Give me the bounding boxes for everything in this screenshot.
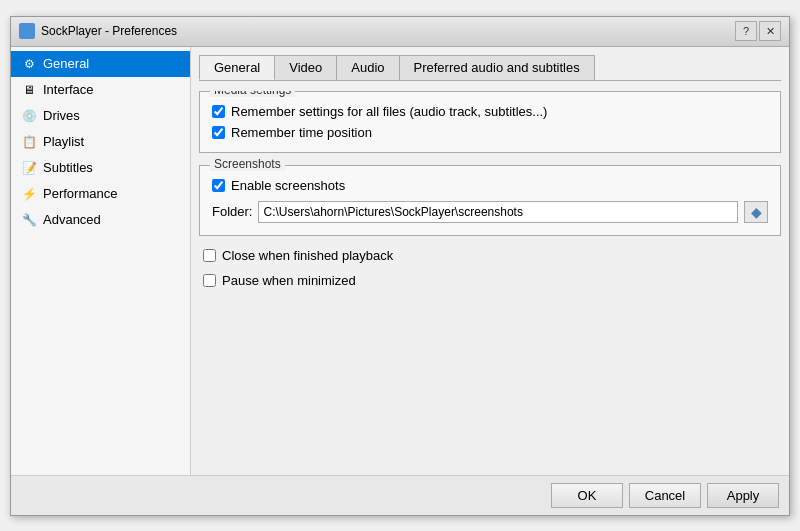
remember-time-row: Remember time position	[212, 125, 768, 140]
sidebar-item-subtitles-label: Subtitles	[43, 160, 93, 175]
tab-content: Media settings Remember settings for all…	[199, 91, 781, 467]
apply-button[interactable]: Apply	[707, 483, 779, 508]
preferences-window: SockPlayer - Preferences ? ✕ ⚙ General 🖥…	[10, 16, 790, 516]
playlist-icon: 📋	[21, 134, 37, 150]
interface-icon: 🖥	[21, 82, 37, 98]
pause-minimized-row: Pause when minimized	[199, 273, 781, 288]
pause-minimized-checkbox[interactable]	[203, 274, 216, 287]
drives-icon: 💿	[21, 108, 37, 124]
sidebar-item-subtitles[interactable]: 📝 Subtitles	[11, 155, 190, 181]
tab-video[interactable]: Video	[274, 55, 337, 80]
sidebar-item-playlist[interactable]: 📋 Playlist	[11, 129, 190, 155]
main-panel: General Video Audio Preferred audio and …	[191, 47, 789, 475]
window-content: ⚙ General 🖥 Interface 💿 Drives 📋 Playlis…	[11, 47, 789, 475]
sidebar-item-general-label: General	[43, 56, 89, 71]
sidebar: ⚙ General 🖥 Interface 💿 Drives 📋 Playlis…	[11, 47, 191, 475]
remember-settings-checkbox[interactable]	[212, 105, 225, 118]
app-icon	[19, 23, 35, 39]
enable-screenshots-checkbox[interactable]	[212, 179, 225, 192]
performance-icon: ⚡	[21, 186, 37, 202]
media-settings-legend: Media settings	[210, 91, 295, 97]
sidebar-item-playlist-label: Playlist	[43, 134, 84, 149]
remember-time-label[interactable]: Remember time position	[231, 125, 372, 140]
tab-general[interactable]: General	[199, 55, 275, 80]
sidebar-item-interface-label: Interface	[43, 82, 94, 97]
sidebar-item-performance-label: Performance	[43, 186, 117, 201]
enable-screenshots-label[interactable]: Enable screenshots	[231, 178, 345, 193]
sidebar-item-drives-label: Drives	[43, 108, 80, 123]
close-button[interactable]: ✕	[759, 21, 781, 41]
sidebar-item-advanced[interactable]: 🔧 Advanced	[11, 207, 190, 233]
screenshots-group: Screenshots Enable screenshots Folder: ◆	[199, 165, 781, 236]
tab-audio[interactable]: Audio	[336, 55, 399, 80]
enable-screenshots-row: Enable screenshots	[212, 178, 768, 193]
pause-minimized-label[interactable]: Pause when minimized	[222, 273, 356, 288]
sidebar-item-general[interactable]: ⚙ General	[11, 51, 190, 77]
sidebar-item-drives[interactable]: 💿 Drives	[11, 103, 190, 129]
remember-settings-row: Remember settings for all files (audio t…	[212, 104, 768, 119]
bottom-bar: OK Cancel Apply	[11, 475, 789, 515]
sidebar-item-interface[interactable]: 🖥 Interface	[11, 77, 190, 103]
tabs-bar: General Video Audio Preferred audio and …	[199, 55, 781, 81]
media-settings-group: Media settings Remember settings for all…	[199, 91, 781, 153]
title-bar: SockPlayer - Preferences ? ✕	[11, 17, 789, 47]
window-title: SockPlayer - Preferences	[41, 24, 735, 38]
advanced-icon: 🔧	[21, 212, 37, 228]
folder-input[interactable]	[258, 201, 738, 223]
sidebar-item-advanced-label: Advanced	[43, 212, 101, 227]
folder-browse-button[interactable]: ◆	[744, 201, 768, 223]
title-bar-buttons: ? ✕	[735, 21, 781, 41]
remember-settings-label[interactable]: Remember settings for all files (audio t…	[231, 104, 547, 119]
close-playback-row: Close when finished playback	[199, 248, 781, 263]
screenshots-legend: Screenshots	[210, 157, 285, 171]
close-playback-checkbox[interactable]	[203, 249, 216, 262]
close-playback-label[interactable]: Close when finished playback	[222, 248, 393, 263]
remember-time-checkbox[interactable]	[212, 126, 225, 139]
general-icon: ⚙	[21, 56, 37, 72]
folder-label: Folder:	[212, 204, 252, 219]
ok-button[interactable]: OK	[551, 483, 623, 508]
sidebar-item-performance[interactable]: ⚡ Performance	[11, 181, 190, 207]
help-button[interactable]: ?	[735, 21, 757, 41]
folder-row: Folder: ◆	[212, 201, 768, 223]
tab-preferred[interactable]: Preferred audio and subtitles	[399, 55, 595, 80]
cancel-button[interactable]: Cancel	[629, 483, 701, 508]
folder-diamond-icon: ◆	[751, 204, 762, 220]
subtitles-icon: 📝	[21, 160, 37, 176]
